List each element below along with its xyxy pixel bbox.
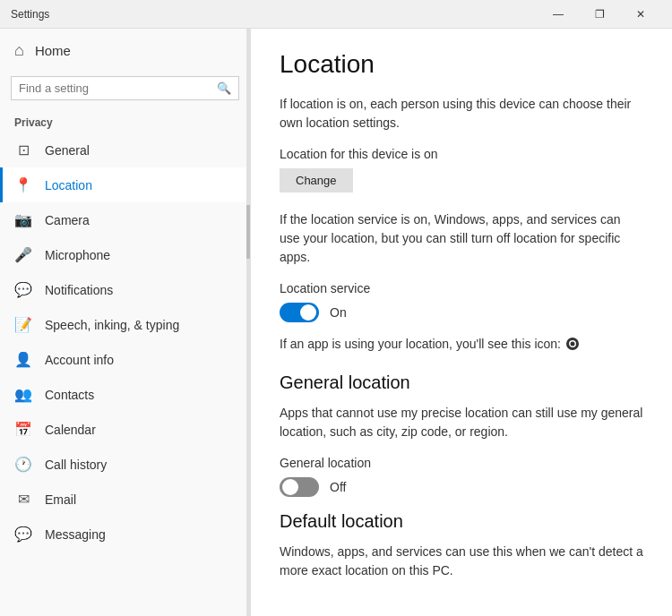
sidebar-item-label-account: Account info xyxy=(45,353,114,367)
location-nav-icon: 📍 xyxy=(14,176,32,193)
close-button[interactable]: ✕ xyxy=(620,0,661,29)
sidebar-item-label-messaging: Messaging xyxy=(45,527,106,542)
sidebar-section-privacy: Privacy xyxy=(0,111,250,133)
default-location-desc: Windows, apps, and services can use this… xyxy=(280,543,643,580)
location-indicator-icon xyxy=(566,338,579,350)
change-button[interactable]: Change xyxy=(280,168,353,192)
contacts-icon: 👥 xyxy=(14,386,32,403)
main-content: Location If location is on, each person … xyxy=(251,29,672,616)
general-location-toggle-row: Off xyxy=(280,477,643,497)
sidebar-item-label-notifications: Notifications xyxy=(45,283,113,297)
toggle-thumb-on xyxy=(300,304,316,321)
sidebar-item-account[interactable]: 👤 Account info xyxy=(0,342,250,377)
icon-hint: If an app is using your location, you'll… xyxy=(280,337,643,351)
general-location-heading: General location xyxy=(280,372,643,393)
sidebar-item-location[interactable]: 📍 Location xyxy=(0,167,250,202)
page-title: Location xyxy=(280,50,643,79)
toggle-thumb-off xyxy=(282,479,298,495)
speech-icon: 📝 xyxy=(14,316,32,333)
general-location-desc: Apps that cannot use my precise location… xyxy=(280,404,643,441)
titlebar-controls: — ❐ ✕ xyxy=(538,0,661,29)
sidebar-item-speech[interactable]: 📝 Speech, inking, & typing xyxy=(0,307,250,342)
sidebar-item-general[interactable]: ⊡ General xyxy=(0,133,250,167)
microphone-icon: 🎤 xyxy=(14,246,32,263)
default-location-heading: Default location xyxy=(280,511,643,532)
location-service-toggle[interactable] xyxy=(280,303,319,322)
sidebar: ⌂ Home 🔍 Privacy ⊡ General 📍 Location 📷 … xyxy=(0,29,251,616)
account-icon: 👤 xyxy=(14,351,32,368)
titlebar: Settings — ❐ ✕ xyxy=(0,0,672,29)
sidebar-item-label-microphone: Microphone xyxy=(45,248,110,262)
calendar-icon: 📅 xyxy=(14,421,32,438)
sidebar-scrollbar-thumb[interactable] xyxy=(246,205,250,259)
general-location-toggle-label: Off xyxy=(330,480,346,494)
search-box[interactable]: 🔍 xyxy=(11,76,239,100)
sidebar-item-label-speech: Speech, inking, & typing xyxy=(45,318,179,332)
sidebar-item-notifications[interactable]: 💬 Notifications xyxy=(0,272,250,307)
email-icon: ✉ xyxy=(14,491,32,508)
sidebar-item-home[interactable]: ⌂ Home xyxy=(0,29,250,73)
sidebar-item-label-camera: Camera xyxy=(45,213,90,227)
sidebar-item-label-email: Email xyxy=(45,492,76,507)
sidebar-item-microphone[interactable]: 🎤 Microphone xyxy=(0,237,250,272)
device-status: Location for this device is on xyxy=(280,147,643,161)
camera-icon: 📷 xyxy=(14,211,32,228)
sidebar-home-label: Home xyxy=(35,43,71,58)
maximize-button[interactable]: ❐ xyxy=(579,0,620,29)
sidebar-item-callhistory[interactable]: 🕐 Call history xyxy=(0,447,250,482)
sidebar-item-label-contacts: Contacts xyxy=(45,388,94,402)
sidebar-scrollbar xyxy=(246,29,250,616)
messaging-icon: 💬 xyxy=(14,526,32,543)
sidebar-item-label-general: General xyxy=(45,143,90,158)
sidebar-item-email[interactable]: ✉ Email xyxy=(0,482,250,517)
general-icon: ⊡ xyxy=(14,141,32,158)
sidebar-item-camera[interactable]: 📷 Camera xyxy=(0,202,250,237)
sidebar-item-calendar[interactable]: 📅 Calendar xyxy=(0,412,250,447)
general-location-toggle[interactable] xyxy=(280,477,319,497)
sidebar-item-messaging[interactable]: 💬 Messaging xyxy=(0,517,250,552)
sidebar-item-label-calendar: Calendar xyxy=(45,423,96,437)
sidebar-item-contacts[interactable]: 👥 Contacts xyxy=(0,377,250,412)
home-icon: ⌂ xyxy=(14,41,24,60)
location-service-label: Location service xyxy=(280,281,643,295)
app-container: ⌂ Home 🔍 Privacy ⊡ General 📍 Location 📷 … xyxy=(0,29,672,616)
notifications-icon: 💬 xyxy=(14,281,32,298)
general-location-label: General location xyxy=(280,456,643,470)
location-service-toggle-row: On xyxy=(280,303,643,322)
intro-text: If location is on, each person using thi… xyxy=(280,95,643,133)
location-service-toggle-label: On xyxy=(330,305,347,320)
service-description: If the location service is on, Windows, … xyxy=(280,210,643,267)
icon-hint-text: If an app is using your location, you'll… xyxy=(280,337,561,351)
sidebar-item-label-callhistory: Call history xyxy=(45,458,107,472)
titlebar-title: Settings xyxy=(11,8,538,21)
search-input[interactable] xyxy=(19,81,211,95)
minimize-button[interactable]: — xyxy=(538,0,579,29)
sidebar-item-label-location: Location xyxy=(45,178,92,192)
callhistory-icon: 🕐 xyxy=(14,456,32,473)
search-icon: 🔍 xyxy=(217,81,231,95)
